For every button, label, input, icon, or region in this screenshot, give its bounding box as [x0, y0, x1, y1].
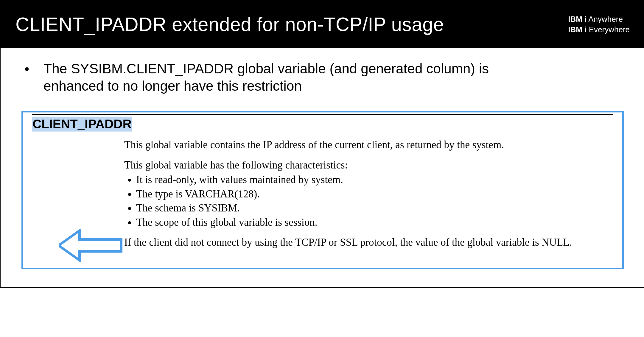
slide-header: CLIENT_IPADDR extended for non-TCP/IP us… — [1, 1, 644, 48]
brand-ibm: IBM — [568, 15, 582, 24]
slide: CLIENT_IPADDR extended for non-TCP/IP us… — [0, 0, 644, 288]
doc-heading-wrap: CLIENT_IPADDR — [32, 114, 613, 132]
doc-paragraph: This global variable contains the IP add… — [124, 138, 604, 152]
brand-line-2: IBM i Everywhere — [568, 24, 630, 35]
callout-arrow — [59, 229, 130, 263]
doc-paragraph: This global variable has the following c… — [124, 158, 604, 172]
doc-content: This global variable contains the IP add… — [124, 138, 604, 249]
left-arrow-icon — [59, 229, 130, 262]
brand-line-1: IBM i Anywhere — [568, 14, 630, 24]
slide-body: • The SYSIBM.CLIENT_IPADDR global variab… — [1, 48, 644, 287]
brand-ibm: IBM — [568, 25, 582, 34]
bullet-dot-icon: • — [24, 61, 29, 95]
bullet-item: • The SYSIBM.CLIENT_IPADDR global variab… — [24, 60, 627, 95]
doc-excerpt-box: CLIENT_IPADDR This global variable conta… — [21, 111, 624, 269]
list-item: The type is VARCHAR(128). — [136, 187, 604, 201]
list-item: The scope of this global variable is ses… — [136, 216, 604, 229]
doc-heading: CLIENT_IPADDR — [32, 117, 132, 132]
doc-characteristics-list: It is read-only, with values maintained … — [124, 173, 604, 229]
brand-tag: Anywhere — [588, 15, 623, 24]
brand-i: i — [584, 15, 587, 24]
brand-i: i — [584, 25, 587, 34]
list-item: The schema is SYSIBM. — [136, 201, 604, 215]
list-item: It is read-only, with values maintained … — [136, 173, 604, 187]
bullet-text: The SYSIBM.CLIENT_IPADDR global variable… — [43, 60, 550, 95]
slide-title: CLIENT_IPADDR extended for non-TCP/IP us… — [15, 13, 444, 35]
brand-tag: Everywhere — [589, 25, 630, 34]
doc-paragraph: If the client did not connect by using t… — [124, 236, 604, 249]
svg-marker-0 — [59, 231, 121, 260]
brand-block: IBM i Anywhere IBM i Everywhere — [568, 14, 630, 35]
